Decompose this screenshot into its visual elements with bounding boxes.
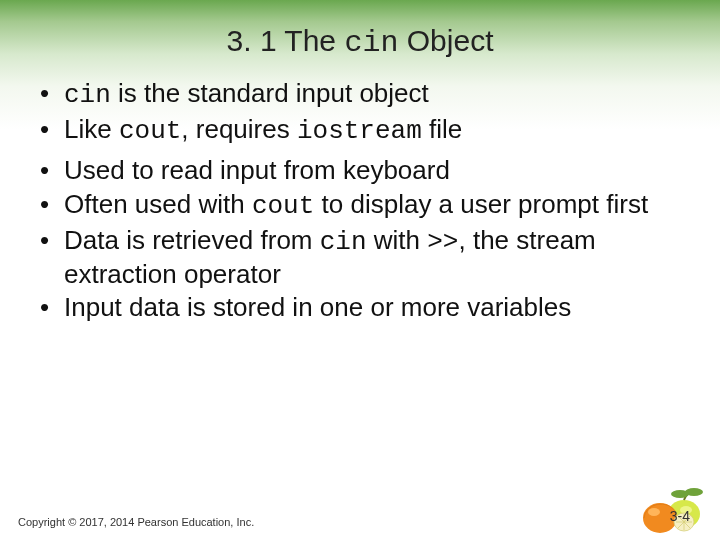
code-text: cin bbox=[64, 80, 111, 110]
code-text: cout bbox=[119, 116, 181, 146]
bullet-text: with bbox=[367, 225, 428, 255]
code-text: cout bbox=[252, 191, 314, 221]
title-code: cin bbox=[344, 26, 398, 60]
page-number: 3-4 bbox=[670, 508, 690, 524]
bullet-text: Often used with bbox=[64, 189, 252, 219]
bullet-text: file bbox=[422, 114, 462, 144]
slide: 3. 1 The cin Object cin is the standard … bbox=[0, 0, 720, 540]
list-item: Used to read input from keyboard bbox=[36, 155, 684, 187]
svg-point-3 bbox=[648, 508, 660, 516]
code-text: iostream bbox=[297, 116, 422, 146]
svg-point-6 bbox=[671, 490, 689, 498]
code-text: cin bbox=[320, 227, 367, 257]
list-item: Often used with cout to display a user p… bbox=[36, 189, 684, 223]
slide-body: cin is the standard input object Like co… bbox=[0, 70, 720, 324]
bullet-text: Like bbox=[64, 114, 119, 144]
bullet-text: is the standard input object bbox=[111, 78, 429, 108]
bullet-list: cin is the standard input object Like co… bbox=[36, 78, 684, 324]
title-post: Object bbox=[398, 24, 493, 57]
bullet-text: , requires bbox=[181, 114, 297, 144]
title-pre: 3. 1 The bbox=[227, 24, 345, 57]
bullet-text: to display a user prompt first bbox=[314, 189, 648, 219]
fruit-icon bbox=[630, 474, 710, 534]
copyright-text: Copyright © 2017, 2014 Pearson Education… bbox=[18, 516, 254, 528]
list-item: Like cout, requires iostream file bbox=[36, 114, 684, 148]
list-item: Input data is stored in one or more vari… bbox=[36, 292, 684, 324]
slide-title: 3. 1 The cin Object bbox=[0, 0, 720, 70]
bullet-text: Input data is stored in one or more vari… bbox=[64, 292, 571, 322]
bullet-text: Used to read input from keyboard bbox=[64, 155, 450, 185]
bullet-text: Data is retrieved from bbox=[64, 225, 320, 255]
list-item: cin is the standard input object bbox=[36, 78, 684, 112]
list-item: Data is retrieved from cin with >>, the … bbox=[36, 225, 684, 290]
code-text: >> bbox=[427, 227, 458, 257]
svg-point-5 bbox=[685, 488, 703, 496]
